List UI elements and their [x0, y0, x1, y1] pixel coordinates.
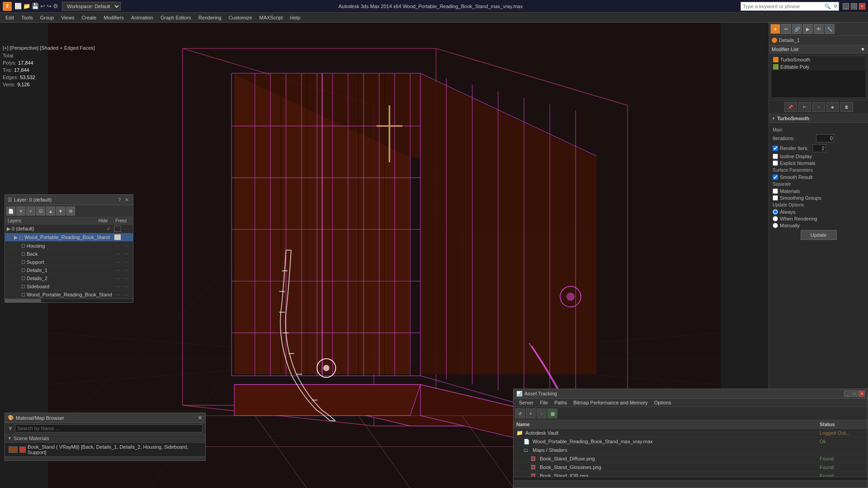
- menu-create[interactable]: Create: [78, 14, 100, 21]
- remove-modifier-btn[interactable]: 🗑: [840, 102, 853, 112]
- open-btn[interactable]: 📁: [23, 3, 30, 9]
- maximize-button[interactable]: □: [851, 3, 857, 9]
- layer-item-support[interactable]: ◻ Support — —: [5, 258, 133, 266]
- search-options-icon[interactable]: ⚙: [833, 4, 839, 9]
- at-menu-server[interactable]: Server: [516, 399, 536, 406]
- menu-help[interactable]: Help: [287, 14, 304, 21]
- search-input[interactable]: [741, 2, 822, 10]
- layers-select-btn[interactable]: ☑: [36, 206, 45, 216]
- layer-hide-box-book[interactable]: [114, 234, 121, 240]
- layers-move-up-btn[interactable]: ▲: [46, 206, 55, 216]
- search-icon[interactable]: 🔍: [822, 3, 833, 9]
- at-expand-btn[interactable]: +: [526, 408, 536, 418]
- mat-browser-close[interactable]: ✕: [198, 414, 203, 421]
- ts-materials-checkbox[interactable]: [773, 188, 778, 194]
- layers-panel-help[interactable]: ?: [116, 196, 123, 203]
- ts-isoline-checkbox[interactable]: [773, 154, 778, 159]
- save-btn[interactable]: 💾: [32, 3, 39, 9]
- at-menu-file[interactable]: File: [537, 399, 551, 406]
- ts-smooth-result-checkbox[interactable]: [773, 174, 778, 180]
- ts-render-iters-input[interactable]: [812, 144, 826, 152]
- at-menu-bitmap[interactable]: Bitmap Performance and Memory: [571, 399, 650, 406]
- mat-browser-scrollbar[interactable]: [5, 457, 205, 460]
- at-refresh-btn[interactable]: ↺: [515, 408, 525, 418]
- at-vault-status: Logged Out...: [820, 430, 865, 436]
- layers-options-btn[interactable]: ⚙: [66, 206, 75, 216]
- layers-move-down-btn[interactable]: ▼: [56, 206, 65, 216]
- layers-delete-btn[interactable]: ✕: [16, 206, 25, 216]
- pin-stack-btn[interactable]: 📌: [784, 102, 797, 112]
- at-row-diffuse[interactable]: 🖼 Book_Stand_Diffuse.png Found: [514, 455, 868, 463]
- layers-add-btn[interactable]: +: [26, 206, 35, 216]
- new-btn[interactable]: ⬜: [14, 3, 22, 9]
- at-menu-options[interactable]: Options: [651, 399, 674, 406]
- modify-tab[interactable]: ✏: [781, 24, 791, 34]
- layers-panel-close[interactable]: ✕: [123, 196, 130, 203]
- menu-group[interactable]: Group: [37, 14, 58, 21]
- layer-item-default[interactable]: ▶ 0 (default) ✓ —: [5, 225, 133, 233]
- ts-update-button[interactable]: Update: [801, 230, 837, 240]
- menu-graph-editors[interactable]: Graph Editors: [157, 14, 195, 21]
- at-minimize-btn[interactable]: _: [844, 390, 850, 397]
- menu-maxscript[interactable]: MAXScript: [256, 14, 287, 21]
- mat-browser-search-input[interactable]: [15, 424, 203, 432]
- at-row-maps[interactable]: 🗂 Maps / Shaders: [514, 446, 868, 455]
- show-end-btn[interactable]: ⊢: [798, 102, 811, 112]
- ts-render-iters-checkbox[interactable]: [773, 145, 778, 151]
- show-result-btn[interactable]: →: [812, 102, 825, 112]
- at-menu-paths[interactable]: Paths: [552, 399, 570, 406]
- layer-item-details1[interactable]: ◻ Details_1 — —: [5, 266, 133, 274]
- at-filter-btn[interactable]: ▦: [547, 408, 557, 418]
- menu-modifiers[interactable]: Modifiers: [100, 14, 127, 21]
- at-close-btn[interactable]: ✕: [859, 390, 865, 397]
- utilities-tab[interactable]: 🔧: [825, 24, 835, 34]
- layer-item-details2[interactable]: ◻ Details_2 — —: [5, 274, 133, 282]
- layers-scrollbar[interactable]: [5, 299, 133, 302]
- layer-item-book-stand[interactable]: ▶ ◻ Wood_Portable_Reading_Book_Stand —: [5, 233, 133, 242]
- close-button[interactable]: ✕: [859, 3, 865, 9]
- ts-smoothing-groups-checkbox[interactable]: [773, 195, 778, 201]
- at-row-ior[interactable]: 🖼 Book_Stand_IOR.png Found: [514, 472, 868, 477]
- menu-rendering[interactable]: Rendering: [195, 14, 225, 21]
- workspace-selector[interactable]: Workspace: Default: [62, 2, 121, 11]
- material-item-book-stand[interactable]: Book_Stand ( VRayMtl) [Back, Details_1, …: [5, 443, 205, 456]
- hierarchy-tab[interactable]: 🔗: [792, 24, 802, 34]
- ts-when-rendering-radio[interactable]: [773, 216, 778, 221]
- layer-item-wood-stand[interactable]: ◻ Wood_Portable_Reading_Book_Stand — —: [5, 291, 133, 299]
- at-row-glossines[interactable]: 🖼 Book_Stand_Glossines.png Found: [514, 463, 868, 472]
- ts-iterations-input[interactable]: [816, 134, 834, 142]
- undo-btn[interactable]: ↩: [40, 3, 45, 9]
- menu-views[interactable]: Views: [57, 14, 78, 21]
- at-row-vault[interactable]: 📁 Autodesk Vault Logged Out...: [514, 429, 868, 437]
- layer-item-housing[interactable]: ◻ Housing — —: [5, 242, 133, 250]
- ts-always-radio[interactable]: [773, 209, 778, 215]
- at-collapse-btn[interactable]: -: [537, 408, 547, 418]
- menu-animation[interactable]: Animation: [127, 14, 157, 21]
- layer-item-sideboard[interactable]: ◻ Sideboard — —: [5, 282, 133, 291]
- modifier-item-turbosmooth[interactable]: TurboSmooth: [771, 56, 866, 63]
- layer-hide-box-default[interactable]: [114, 225, 121, 232]
- layer-item-back[interactable]: ◻ Back — —: [5, 250, 133, 258]
- redo-btn[interactable]: ↪: [47, 3, 52, 9]
- display-tab[interactable]: 👁: [814, 24, 824, 34]
- menu-edit[interactable]: Edit: [2, 14, 18, 21]
- at-maximize-btn[interactable]: □: [851, 390, 858, 397]
- turbosmooth-header[interactable]: ▼ TurboSmooth: [769, 114, 868, 123]
- motion-tab[interactable]: ▶: [803, 24, 813, 34]
- modifier-list-expand[interactable]: ▼: [860, 47, 865, 52]
- settings-btn[interactable]: ⚙: [53, 3, 58, 9]
- create-tab[interactable]: ✦: [770, 24, 780, 34]
- modifier-item-editable-poly[interactable]: Editable Poly: [771, 63, 866, 70]
- at-scrollbar[interactable]: [514, 477, 868, 480]
- at-row-scene-file[interactable]: 📄 Wood_Portable_Reading_Book_Stand_max_v…: [514, 437, 868, 446]
- ts-explicit-normals-checkbox[interactable]: [773, 160, 778, 166]
- layers-new-btn[interactable]: 📄: [6, 206, 15, 216]
- layers-panel-title: Layer: 0 (default): [14, 197, 116, 202]
- at-status-input[interactable]: [516, 482, 865, 487]
- make-unique-btn[interactable]: ◈: [826, 102, 839, 112]
- scene-materials-header[interactable]: ▼ Scene Materials: [5, 434, 205, 443]
- ts-manually-radio[interactable]: [773, 223, 778, 228]
- minimize-button[interactable]: _: [843, 3, 849, 9]
- menu-tools[interactable]: Tools: [18, 14, 37, 21]
- menu-customize[interactable]: Customize: [225, 14, 256, 21]
